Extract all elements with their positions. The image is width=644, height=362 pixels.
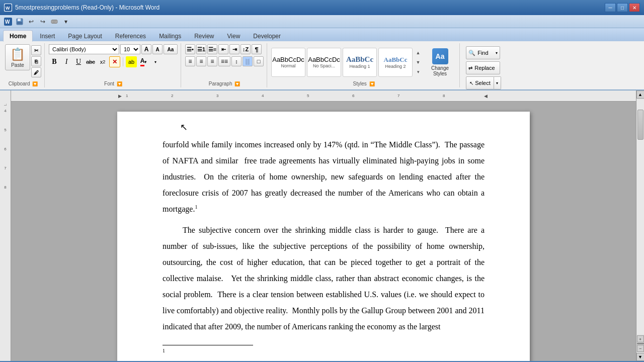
subscript-button[interactable]: x2 bbox=[97, 56, 108, 67]
h2-preview: AaBbCc bbox=[384, 56, 408, 64]
tab-page-layout[interactable]: Page Layout bbox=[62, 31, 108, 41]
tab-home[interactable]: Home bbox=[3, 30, 33, 42]
svg-rect-6 bbox=[17, 22, 22, 24]
style-no-spacing-button[interactable]: AaBbCcDc No Spaci... bbox=[307, 48, 341, 77]
increase-indent-button[interactable]: ⇥ bbox=[229, 44, 239, 54]
underline-button[interactable]: U bbox=[73, 56, 84, 67]
scroll-zoom-out[interactable]: − bbox=[637, 345, 644, 352]
tab-review[interactable]: Review bbox=[188, 31, 220, 41]
document-scroll[interactable]: fourfold while family incomes increased … bbox=[11, 102, 636, 361]
footnote-1: 1 bbox=[163, 347, 253, 357]
heading1-style-label: Heading 1 bbox=[349, 64, 370, 69]
svg-rect-11 bbox=[53, 22, 55, 23]
footnote-area: 1 bbox=[163, 345, 253, 357]
svg-rect-10 bbox=[53, 21, 56, 22]
justify-button[interactable]: ≡≡ bbox=[218, 56, 230, 66]
format-painter-button[interactable]: 🖌 bbox=[31, 67, 41, 77]
sort-button[interactable]: ↕Z bbox=[240, 44, 251, 54]
nospaci-preview: AaBbCcDc bbox=[308, 56, 340, 63]
styles-gallery: AaBbCcDc Normal AaBbCcDc No Spaci... AaB… bbox=[271, 48, 413, 77]
border-button[interactable]: □ bbox=[254, 56, 264, 66]
paragraph-2: The subjective concern over the shrinkin… bbox=[163, 222, 485, 335]
tab-insert[interactable]: Insert bbox=[34, 31, 61, 41]
align-right-button[interactable]: ≡ bbox=[207, 56, 217, 66]
scroll-track[interactable] bbox=[637, 100, 644, 334]
line-spacing-button[interactable]: ↕ bbox=[231, 56, 242, 66]
undo-button[interactable]: ↩ bbox=[26, 17, 36, 27]
change-styles-button[interactable]: Aa Change Styles bbox=[424, 48, 456, 77]
scroll-zoom-in[interactable]: + bbox=[637, 335, 644, 342]
select-dropdown[interactable]: ▾ bbox=[494, 76, 501, 89]
minimize-button[interactable]: ─ bbox=[605, 3, 616, 12]
paste-button[interactable]: 📋 Paste bbox=[5, 44, 30, 70]
decrease-indent-button[interactable]: ⇤ bbox=[218, 44, 228, 54]
styles-scroll-up[interactable]: ▲ bbox=[414, 48, 422, 57]
scroll-down-button[interactable]: ▼ bbox=[636, 353, 645, 361]
font-grow-button[interactable]: A bbox=[141, 44, 151, 54]
style-heading1-button[interactable]: AaBbCc Heading 1 bbox=[343, 48, 377, 77]
strikethrough-button[interactable]: abc bbox=[85, 56, 96, 67]
paragraph-group-label: Paragraph 🔽 bbox=[209, 81, 240, 86]
change-case-button[interactable]: Aa bbox=[164, 44, 178, 54]
font-shrink-button[interactable]: A bbox=[152, 44, 163, 54]
normal-style-label: Normal bbox=[281, 63, 295, 68]
svg-text:W: W bbox=[5, 19, 10, 25]
paste-icon: 📋 bbox=[10, 47, 25, 61]
clear-formatting-button[interactable]: ✕ bbox=[109, 56, 120, 67]
print-preview-button[interactable] bbox=[49, 17, 59, 27]
find-button[interactable]: 🔍 Find ▾ bbox=[466, 46, 500, 59]
footnote-number: 1 bbox=[163, 348, 165, 353]
tab-references[interactable]: References bbox=[109, 31, 152, 41]
ribbon-body: 📋 Paste ✂ ⎘ 🖌 Clipboard 🔽 Calibri (Body)… bbox=[0, 41, 644, 90]
tab-developer[interactable]: Developer bbox=[247, 31, 287, 41]
select-button[interactable]: ↖ Select bbox=[466, 76, 494, 89]
left-ruler: L 4 5 6 7 8 bbox=[0, 90, 11, 361]
tab-mailings[interactable]: Mailings bbox=[153, 31, 187, 41]
font-size-select[interactable]: 10 bbox=[120, 44, 140, 54]
font-group: Calibri (Body) 10 A A Aa B I U abc x2 ✕ … bbox=[46, 43, 181, 87]
copy-button[interactable]: ⎘ bbox=[31, 56, 41, 66]
paragraph-1: fourfold while family incomes increased … bbox=[163, 137, 485, 217]
bold-button[interactable]: B bbox=[49, 56, 60, 67]
tab-view[interactable]: View bbox=[221, 31, 247, 41]
style-heading2-button[interactable]: AaBbCc Heading 2 bbox=[378, 48, 413, 77]
font-family-select[interactable]: Calibri (Body) bbox=[49, 44, 119, 54]
styles-scroll-down[interactable]: ▼ bbox=[414, 58, 422, 67]
italic-button[interactable]: I bbox=[61, 56, 72, 67]
title-bar-left: W 5mostpressingproblems (Read-Only) - Mi… bbox=[4, 4, 159, 12]
styles-show-all[interactable]: ▾ bbox=[414, 67, 422, 76]
document-container: L 4 5 6 7 8 1 2 3 4 5 6 7 8 ▶ ◀ bbox=[0, 90, 644, 361]
scroll-thumb[interactable] bbox=[637, 110, 643, 140]
align-left-button[interactable]: ≡ bbox=[185, 56, 195, 66]
style-normal-button[interactable]: AaBbCcDc Normal bbox=[271, 48, 305, 77]
text-highlight-button[interactable]: ab bbox=[126, 56, 137, 67]
paragraph-group: ☰• ☰1 ☰≡ ⇤ ⇥ ↕Z ¶ ≡ ≡ ≡ ≡≡ ↕ ░ □ Paragra… bbox=[182, 43, 267, 87]
svg-text:W: W bbox=[6, 6, 10, 11]
align-center-button[interactable]: ≡ bbox=[196, 56, 206, 66]
numbering-button[interactable]: ☰1 bbox=[196, 44, 206, 54]
font-color-dropdown[interactable]: ▾ bbox=[150, 56, 161, 67]
font-color-button[interactable]: A ▾ bbox=[138, 56, 149, 67]
styles-group: AaBbCcDc Normal AaBbCcDc No Spaci... AaB… bbox=[268, 43, 460, 87]
bullets-button[interactable]: ☰• bbox=[185, 44, 195, 54]
scroll-up-button[interactable]: ▲ bbox=[636, 90, 645, 99]
maximize-button[interactable]: □ bbox=[617, 3, 628, 12]
ribbon-tabs: Home Insert Page Layout References Maili… bbox=[0, 28, 644, 41]
customize-qat-button[interactable]: ▾ bbox=[61, 17, 71, 27]
close-button[interactable]: ✕ bbox=[629, 3, 640, 12]
cut-button[interactable]: ✂ bbox=[31, 45, 41, 55]
editing-group: 🔍 Find ▾ ⇄ Replace ↖ Select ▾ Editing bbox=[461, 43, 506, 87]
font-group-label: Font 🔽 bbox=[104, 81, 122, 86]
multilevel-list-button[interactable]: ☰≡ bbox=[207, 44, 217, 54]
no-spaci-style-label: No Spaci... bbox=[313, 63, 335, 68]
document-page: fourfold while family incomes increased … bbox=[117, 112, 530, 361]
scroll-divider bbox=[637, 343, 644, 344]
redo-button[interactable]: ↪ bbox=[38, 17, 48, 27]
normal-preview: AaBbCcDc bbox=[272, 56, 304, 63]
change-styles-icon: Aa bbox=[432, 48, 448, 64]
show-hide-button[interactable]: ¶ bbox=[252, 44, 262, 54]
document-scroll-area: 1 2 3 4 5 6 7 8 ▶ ◀ fourfold while famil… bbox=[11, 90, 636, 361]
save-button[interactable] bbox=[15, 17, 25, 27]
replace-button[interactable]: ⇄ Replace bbox=[466, 61, 500, 74]
shading-button[interactable]: ░ bbox=[243, 56, 253, 66]
